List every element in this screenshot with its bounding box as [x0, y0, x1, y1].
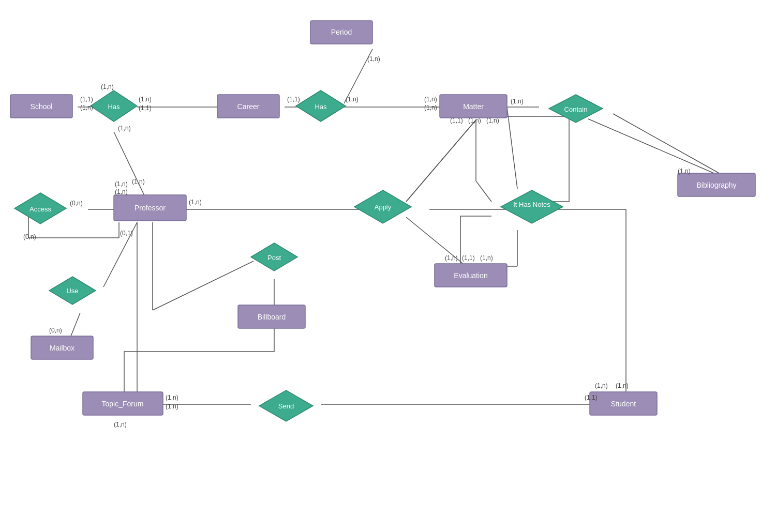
entity-school-label: School	[31, 102, 53, 111]
entity-professor-label: Professor	[135, 204, 166, 212]
card-has1-career-left2: (1,1)	[139, 104, 152, 112]
diamond-contain-label: Contain	[564, 105, 588, 113]
er-diagram: Period School Career Matter Bibliography…	[0, 0, 776, 532]
card-access-professor: (0,n)	[70, 200, 83, 207]
diamond-access-label: Access	[29, 205, 51, 213]
card-use-mailbox: (0,n)	[49, 327, 62, 334]
entity-bibliography-label: Bibliography	[696, 181, 736, 189]
card-has1-top: (1,n)	[101, 83, 114, 90]
entity-matter-label: Matter	[463, 102, 484, 111]
svg-line-16	[153, 261, 253, 310]
entity-mailbox-label: Mailbox	[50, 344, 74, 352]
card-school-has1-right: (1,1)	[80, 96, 93, 103]
card-matter-bottom1: (1,1)	[450, 117, 463, 124]
card-has2-matter-right: (1,n)	[346, 96, 359, 103]
entity-billboard-label: Billboard	[258, 313, 286, 321]
card-has1-career-left: (1,n)	[139, 96, 152, 103]
entity-career-label: Career	[237, 102, 260, 111]
card-has1-professor-bottom: (1,n)	[132, 178, 145, 185]
svg-line-22	[406, 120, 476, 202]
diamond-use-label: Use	[66, 287, 78, 295]
card-professor-left2: (1,n)	[115, 188, 128, 195]
card-matter-bottom2: (1,n)	[468, 117, 481, 124]
card-matter-left: (1,n)	[424, 96, 437, 103]
card-school-has1-right2: (1,n)	[80, 104, 93, 111]
card-professor-left1: (1,n)	[115, 180, 128, 188]
diamond-has2-label: Has	[315, 103, 327, 111]
entity-period-label: Period	[331, 28, 352, 36]
diamond-has1-label: Has	[108, 103, 120, 111]
card-contain-bibliography: (1,n)	[678, 168, 691, 175]
card-student-top1: (1,n)	[595, 382, 608, 389]
svg-line-10	[507, 107, 517, 189]
card-send-student: (1,1)	[585, 394, 598, 401]
svg-line-6	[588, 119, 714, 173]
card-apply-eval1: (1,n)	[445, 254, 458, 262]
card-matter-contain: (1,n)	[511, 98, 524, 105]
diamond-send-label: Send	[278, 402, 294, 410]
diamond-post-label: Post	[267, 254, 281, 262]
card-has1-professor-top1: (1,n)	[118, 125, 131, 132]
card-matter-left2: (1,n)	[424, 104, 437, 111]
card-matter-bottom3: (1,n)	[486, 117, 499, 124]
card-topicforum-bottom: (1,n)	[114, 421, 127, 428]
svg-line-23	[613, 114, 719, 173]
card-professor-apply-left: (1,n)	[189, 199, 202, 206]
card-period-has2: (1,n)	[367, 55, 380, 63]
entity-student-label: Student	[611, 400, 636, 408]
card-apply-eval3: (1,n)	[480, 254, 493, 262]
card-apply-eval2: (1,1)	[462, 254, 475, 262]
svg-line-19	[70, 313, 80, 339]
diamond-it-has-notes-label: It Has Notes	[513, 201, 550, 208]
card-topicforum-send1: (1,n)	[166, 394, 178, 401]
card-student-top2: (1,n)	[616, 382, 629, 389]
entity-topic-forum-label: Topic_Forum	[102, 400, 144, 408]
card-access-loop2: (0,1)	[120, 230, 133, 237]
entity-evaluation-label: Evaluation	[454, 271, 487, 280]
card-topicforum-send2: (1,n)	[166, 403, 178, 410]
card-career-has2-right: (1,1)	[287, 96, 300, 103]
card-access-loop1: (0,n)	[23, 233, 36, 240]
diamond-apply-label: Apply	[375, 203, 392, 211]
